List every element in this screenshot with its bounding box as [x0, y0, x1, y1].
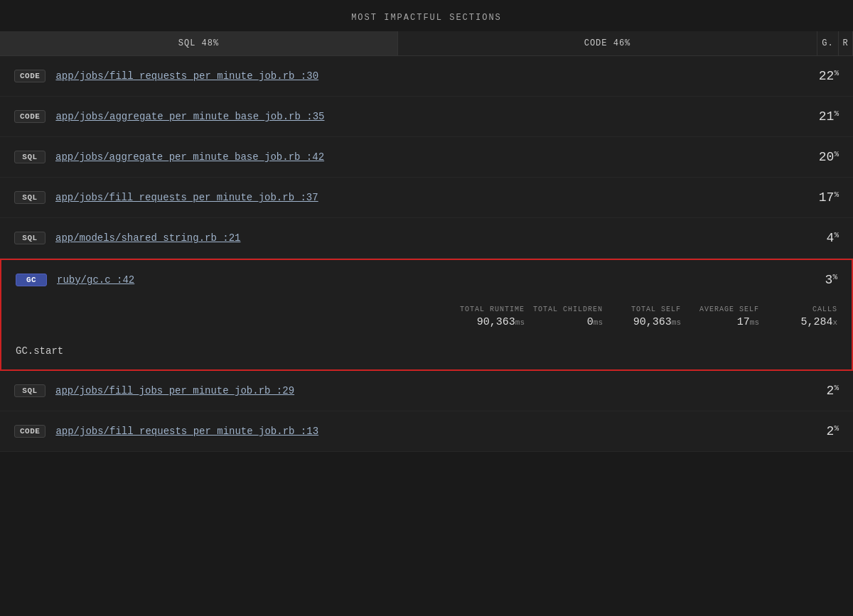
table-row[interactable]: SQL app/jobs/fill_requests_per_minute_jo…: [0, 178, 853, 218]
gc-label: GC.start: [1, 338, 852, 369]
stats-value-average-self: 17ms: [681, 316, 759, 328]
stats-header-total-self: TOTAL SELF: [603, 306, 681, 313]
table-row[interactable]: SQL app/jobs/fill_jobs_per_minute_job.rb…: [0, 371, 853, 411]
table-row[interactable]: CODE app/jobs/fill_requests_per_minute_j…: [0, 56, 853, 97]
table-row[interactable]: SQL app/models/shared_string.rb :21 4%: [0, 218, 853, 259]
badge-sql: SQL: [14, 384, 45, 397]
section-percent: 4%: [803, 231, 839, 245]
tab-code[interactable]: CODE 46%: [398, 31, 817, 55]
stats-header-average-self: AVERAGE SELF: [681, 306, 759, 313]
stats-value-total-self: 90,363ms: [603, 316, 681, 328]
stats-value-total-runtime: 90,363ms: [446, 316, 525, 328]
section-percent: 17%: [803, 190, 839, 205]
stats-header-calls: CALLS: [759, 306, 837, 313]
badge-code: CODE: [14, 70, 45, 82]
section-link[interactable]: app/jobs/fill_requests_per_minute_job.rb…: [55, 426, 803, 437]
section-link[interactable]: app/models/shared_string.rb :21: [55, 232, 803, 244]
badge-gc: GC: [16, 274, 47, 286]
section-list: CODE app/jobs/fill_requests_per_minute_j…: [0, 56, 853, 452]
badge-code: CODE: [14, 425, 45, 438]
section-link[interactable]: app/jobs/aggregate_per_minute_base_job.r…: [55, 151, 803, 163]
stats-headers: TOTAL RUNTIME TOTAL CHILDREN TOTAL SELF …: [16, 306, 837, 313]
stats-header-total-children: TOTAL CHILDREN: [525, 306, 603, 313]
main-container: MOST IMPACTFUL SECTIONS SQL 48% CODE 46%…: [0, 0, 853, 452]
tab-sql[interactable]: SQL 48%: [0, 31, 398, 55]
section-percent: 20%: [803, 150, 839, 164]
table-row[interactable]: CODE app/jobs/fill_requests_per_minute_j…: [0, 411, 853, 452]
section-percent: 2%: [803, 384, 839, 398]
selected-section-percent: 3%: [802, 273, 837, 287]
stats-area: TOTAL RUNTIME TOTAL CHILDREN TOTAL SELF …: [1, 297, 852, 328]
badge-sql: SQL: [14, 151, 45, 163]
section-percent: 22%: [803, 69, 839, 83]
stats-value-total-children: 0ms: [525, 316, 603, 328]
tab-bar: SQL 48% CODE 46% G. R: [0, 31, 853, 56]
page-title: MOST IMPACTFUL SECTIONS: [0, 0, 853, 31]
tab-r[interactable]: R: [839, 31, 853, 55]
selected-section-link[interactable]: ruby/gc.c :42: [57, 274, 802, 286]
selected-row[interactable]: GC ruby/gc.c :42 3% TOTAL RUNTIME TOTAL …: [0, 259, 853, 371]
section-percent: 21%: [803, 109, 839, 124]
badge-sql: SQL: [14, 232, 45, 244]
table-row[interactable]: SQL app/jobs/aggregate_per_minute_base_j…: [0, 137, 853, 178]
section-link[interactable]: app/jobs/fill_jobs_per_minute_job.rb :29: [55, 385, 803, 396]
section-link[interactable]: app/jobs/fill_requests_per_minute_job.rb…: [55, 70, 803, 82]
table-row[interactable]: CODE app/jobs/aggregate_per_minute_base_…: [0, 97, 853, 137]
badge-code: CODE: [14, 110, 45, 123]
section-percent: 2%: [803, 424, 839, 438]
section-link[interactable]: app/jobs/fill_requests_per_minute_job.rb…: [55, 192, 803, 203]
badge-sql: SQL: [14, 191, 45, 204]
stats-header-total-runtime: TOTAL RUNTIME: [446, 306, 525, 313]
section-link[interactable]: app/jobs/aggregate_per_minute_base_job.r…: [55, 111, 803, 122]
stats-values: 90,363ms 0ms 90,363ms 17ms 5,284x: [16, 316, 837, 328]
selected-row-top: GC ruby/gc.c :42 3%: [1, 260, 852, 297]
tab-g[interactable]: G.: [817, 31, 839, 55]
stats-value-calls: 5,284x: [759, 316, 837, 328]
